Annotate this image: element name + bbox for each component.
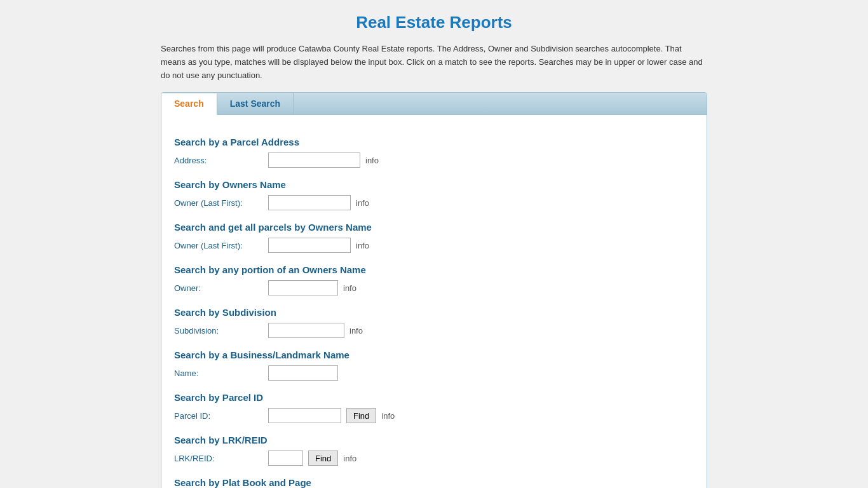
input-all-parcels-owner[interactable]: [268, 238, 351, 253]
input-lrk[interactable]: [268, 451, 303, 466]
field-row-business: Name:: [174, 365, 694, 381]
page-wrapper: Real Estate Reports Searches from this p…: [148, 0, 720, 488]
field-row-all-parcels-owner: Owner (Last First): info: [174, 238, 694, 253]
input-business[interactable]: [268, 365, 338, 381]
info-owner-portion: info: [343, 283, 356, 293]
tabs-header: Search Last Search: [161, 93, 707, 115]
input-subdivision[interactable]: [268, 323, 344, 338]
info-lrk: info: [343, 454, 356, 463]
label-business: Name:: [174, 369, 263, 378]
field-row-lrk: LRK/REID: Find info: [174, 451, 694, 466]
field-row-subdivision: Subdivision: info: [174, 323, 694, 338]
field-row-parcel-id: Parcel ID: Find info: [174, 408, 694, 423]
label-parcel-id: Parcel ID:: [174, 411, 263, 421]
label-owner-name: Owner (Last First):: [174, 198, 263, 208]
field-row-owner-name: Owner (Last First): info: [174, 195, 694, 210]
label-owner-portion: Owner:: [174, 283, 263, 293]
label-address: Address:: [174, 156, 263, 165]
section-title-lrk: Search by LRK/REID: [174, 435, 694, 445]
section-title-subdivision: Search by Subdivision: [174, 307, 694, 318]
input-parcel-id[interactable]: [268, 408, 341, 423]
tabs-container: Search Last Search Search by a Parcel Ad…: [161, 92, 707, 488]
label-all-parcels-owner: Owner (Last First):: [174, 241, 263, 250]
info-parcel-id: info: [381, 411, 395, 421]
field-row-owner-portion: Owner: info: [174, 280, 694, 295]
find-button-parcel-id[interactable]: Find: [346, 408, 376, 423]
section-title-parcel-id: Search by Parcel ID: [174, 392, 694, 403]
info-owner-name: info: [356, 198, 369, 208]
tab-last-search[interactable]: Last Search: [217, 93, 294, 114]
info-address: info: [365, 156, 379, 165]
input-address[interactable]: [268, 152, 360, 168]
info-all-parcels-owner: info: [356, 241, 369, 250]
label-lrk: LRK/REID:: [174, 454, 263, 463]
label-subdivision: Subdivision:: [174, 326, 263, 336]
page-title: Real Estate Reports: [161, 13, 707, 32]
page-description: Searches from this page will produce Cat…: [161, 43, 707, 82]
tab-search[interactable]: Search: [161, 93, 217, 115]
input-owner-name[interactable]: [268, 195, 351, 210]
section-title-all-parcels-owner: Search and get all parcels by Owners Nam…: [174, 222, 694, 233]
field-row-address: Address: info: [174, 152, 694, 168]
input-owner-portion[interactable]: [268, 280, 338, 295]
tab-content-search: Search by a Parcel Address Address: info…: [161, 115, 707, 488]
find-button-lrk[interactable]: Find: [308, 451, 338, 466]
section-title-owner-portion: Search by any portion of an Owners Name: [174, 264, 694, 275]
section-title-owner-name: Search by Owners Name: [174, 179, 694, 190]
section-title-parcel-address: Search by a Parcel Address: [174, 137, 694, 147]
section-title-plat-book: Search by Plat Book and Page: [174, 477, 694, 488]
section-title-business: Search by a Business/Landmark Name: [174, 349, 694, 360]
info-subdivision: info: [349, 326, 363, 336]
